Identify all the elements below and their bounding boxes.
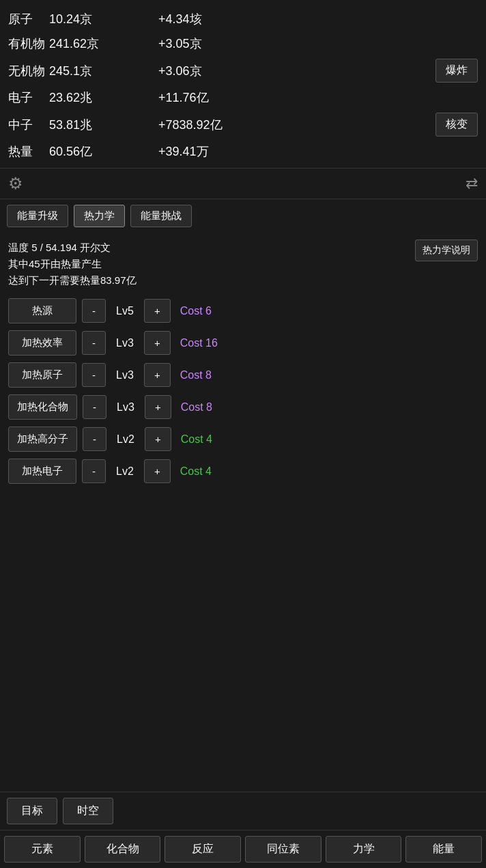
bottom-nav-top-button[interactable]: 时空: [63, 798, 113, 824]
upgrade-cost: Cost 4: [180, 465, 212, 478]
upgrade-plus-button[interactable]: +: [145, 395, 171, 419]
upgrades-list: 热源-Lv5+Cost 6加热效率-Lv3+Cost 16加热原子-Lv3+Co…: [8, 298, 478, 484]
bottom-nav-main-button[interactable]: 能量: [405, 836, 482, 863]
upgrade-cost: Cost 8: [180, 369, 212, 381]
stat-action-button[interactable]: 核变: [435, 113, 478, 136]
temp-line1: 温度 5 / 54.194 开尔文: [8, 240, 137, 256]
upgrade-row: 热源-Lv5+Cost 6: [8, 298, 478, 323]
upgrade-level: Lv5: [111, 305, 139, 317]
stat-name: 电子: [8, 89, 49, 106]
upgrade-row: 加热化合物-Lv3+Cost 8: [8, 394, 478, 420]
stat-name: 原子: [8, 11, 49, 27]
upgrade-name-button[interactable]: 加热电子: [8, 459, 76, 484]
stat-row: 无机物245.1京+3.06京爆炸: [8, 56, 478, 85]
stat-row: 中子53.81兆+7838.92亿核变: [8, 110, 478, 139]
upgrade-minus-button[interactable]: -: [82, 299, 106, 323]
upgrade-row: 加热电子-Lv2+Cost 4: [8, 459, 478, 484]
stat-name: 有机物: [8, 35, 49, 52]
bottom-nav-main-button[interactable]: 化合物: [85, 836, 161, 863]
stat-value: 10.24京: [49, 11, 158, 27]
upgrade-level: Lv3: [111, 337, 139, 349]
bottom-nav-main-button[interactable]: 同位素: [245, 836, 321, 863]
tab-button[interactable]: 能量升级: [7, 205, 68, 227]
stat-rate: +3.06京: [158, 63, 268, 79]
upgrade-minus-button[interactable]: -: [82, 363, 106, 387]
upgrade-name-button[interactable]: 加热高分子: [8, 426, 77, 452]
upgrade-minus-button[interactable]: -: [83, 427, 106, 451]
stat-rate: +3.05京: [158, 35, 268, 52]
icon-bar: ⚙ ⇄: [0, 168, 486, 199]
upgrade-minus-button[interactable]: -: [83, 395, 106, 419]
temp-line2: 其中45开由热量产生: [8, 256, 137, 272]
upgrade-plus-button[interactable]: +: [144, 459, 171, 483]
stat-value: 241.62京: [49, 35, 158, 52]
upgrade-plus-button[interactable]: +: [145, 427, 171, 451]
upgrade-minus-button[interactable]: -: [82, 459, 106, 483]
shuffle-icon[interactable]: ⇄: [466, 175, 478, 192]
main-content: 温度 5 / 54.194 开尔文 其中45开由热量产生 达到下一开需要热量83…: [0, 233, 486, 792]
info-text: 温度 5 / 54.194 开尔文 其中45开由热量产生 达到下一开需要热量83…: [8, 240, 137, 289]
bottom-nav-top: 目标时空: [0, 792, 486, 830]
upgrade-name-button[interactable]: 加热化合物: [8, 394, 77, 420]
stat-rate: +11.76亿: [158, 89, 268, 106]
temp-line3: 达到下一开需要热量83.97亿: [8, 272, 137, 289]
stat-rate: +4.34垓: [158, 11, 268, 27]
stat-value: 245.1京: [49, 63, 158, 79]
upgrade-cost: Cost 6: [180, 305, 212, 317]
upgrade-level: Lv3: [111, 369, 139, 381]
upgrade-level: Lv3: [112, 401, 139, 414]
upgrade-cost: Cost 4: [181, 433, 212, 446]
stat-value: 53.81兆: [49, 117, 158, 133]
upgrade-minus-button[interactable]: -: [82, 331, 106, 355]
stat-rate: +7838.92亿: [158, 117, 268, 133]
upgrade-level: Lv2: [111, 465, 139, 478]
stat-row: 原子10.24京+4.34垓: [8, 7, 478, 31]
upgrade-name-button[interactable]: 加热效率: [8, 330, 76, 356]
stat-value: 23.62兆: [49, 89, 158, 106]
stat-row: 有机物241.62京+3.05京: [8, 31, 478, 56]
stat-row: 热量60.56亿+39.41万: [8, 139, 478, 164]
upgrade-row: 加热原子-Lv3+Cost 8: [8, 362, 478, 388]
bottom-nav-main-button[interactable]: 元素: [4, 836, 81, 863]
stat-value: 60.56亿: [49, 143, 158, 160]
upgrade-plus-button[interactable]: +: [144, 299, 171, 323]
upgrade-cost: Cost 8: [181, 401, 212, 414]
tab-bar: 能量升级热力学能量挑战: [0, 199, 486, 233]
upgrade-name-button[interactable]: 加热原子: [8, 362, 76, 388]
settings-icon[interactable]: ⚙: [8, 174, 23, 193]
stat-name: 热量: [8, 143, 49, 160]
info-section: 温度 5 / 54.194 开尔文 其中45开由热量产生 达到下一开需要热量83…: [8, 240, 478, 289]
upgrade-row: 加热高分子-Lv2+Cost 4: [8, 426, 478, 452]
thermodynamics-help-button[interactable]: 热力学说明: [415, 240, 478, 261]
upgrade-plus-button[interactable]: +: [144, 363, 171, 387]
bottom-nav-main-button[interactable]: 反应: [165, 836, 241, 863]
stat-row: 电子23.62兆+11.76亿: [8, 85, 478, 110]
upgrade-row: 加热效率-Lv3+Cost 16: [8, 330, 478, 356]
upgrade-cost: Cost 16: [180, 337, 218, 349]
tab-button[interactable]: 能量挑战: [130, 205, 192, 227]
upgrade-level: Lv2: [112, 433, 139, 446]
stat-name: 中子: [8, 117, 49, 133]
tab-button[interactable]: 热力学: [74, 205, 125, 227]
upgrade-plus-button[interactable]: +: [144, 331, 171, 355]
bottom-nav-top-button[interactable]: 目标: [7, 798, 57, 824]
stat-action-button[interactable]: 爆炸: [435, 59, 478, 83]
bottom-nav-main: 元素化合物反应同位素力学能量: [0, 830, 486, 868]
bottom-nav-main-button[interactable]: 力学: [326, 836, 402, 863]
stat-rate: +39.41万: [158, 143, 268, 160]
upgrade-name-button[interactable]: 热源: [8, 298, 76, 323]
stats-area: 原子10.24京+4.34垓有机物241.62京+3.05京无机物245.1京+…: [0, 0, 486, 168]
stat-name: 无机物: [8, 63, 49, 79]
